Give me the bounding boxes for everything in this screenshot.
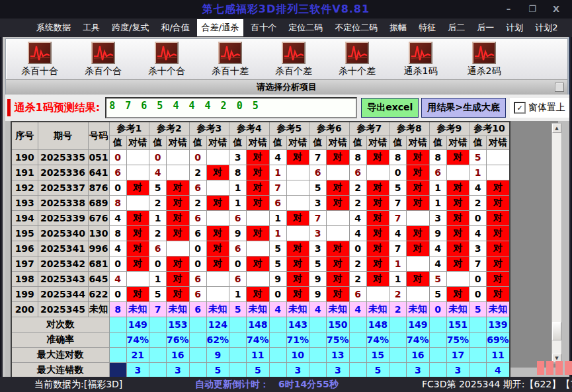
flag-cell[interactable]: 对 bbox=[366, 272, 389, 287]
flag-cell[interactable]: 对 bbox=[206, 165, 229, 180]
flag-cell[interactable]: 对 bbox=[206, 241, 229, 256]
flag-cell[interactable]: 对 bbox=[286, 256, 309, 272]
menu-item-8[interactable]: 不定位二码 bbox=[330, 19, 382, 36]
flag-cell[interactable]: 对 bbox=[407, 272, 430, 287]
toolbar-button-4[interactable]: 杀百十差 bbox=[202, 42, 259, 77]
summary-value-cell[interactable]: 75% bbox=[446, 333, 470, 348]
selected-cell[interactable] bbox=[109, 363, 126, 379]
value-cell[interactable]: 1 bbox=[269, 211, 286, 226]
flag-cell[interactable]: 对 bbox=[286, 272, 309, 287]
flag-cell[interactable] bbox=[126, 196, 149, 211]
summary-spacer-cell[interactable] bbox=[109, 333, 126, 348]
value-cell[interactable]: 8 bbox=[109, 196, 126, 211]
summary-spacer-cell[interactable] bbox=[229, 333, 247, 348]
summary-value-cell[interactable]: 16 bbox=[407, 348, 430, 363]
seq-cell[interactable]: 197 bbox=[11, 256, 38, 272]
value-cell[interactable]: 0 bbox=[349, 241, 366, 256]
summary-value-cell[interactable]: 4 bbox=[487, 363, 510, 379]
value-cell[interactable]: 4 bbox=[269, 150, 286, 165]
flag-cell[interactable]: 对 bbox=[286, 211, 309, 226]
value-cell[interactable]: 2 bbox=[149, 226, 167, 241]
flag-cell[interactable] bbox=[407, 287, 430, 302]
code-cell[interactable]: 689 bbox=[88, 196, 109, 211]
value-cell[interactable]: 1 bbox=[470, 165, 487, 180]
flag-cell[interactable]: 对 bbox=[487, 287, 510, 302]
flag-cell[interactable]: 对 bbox=[487, 180, 510, 196]
value-cell[interactable]: 6 bbox=[189, 302, 206, 317]
flag-cell[interactable]: 对 bbox=[366, 241, 389, 256]
summary-spacer-cell[interactable] bbox=[470, 348, 487, 363]
summary-spacer-cell[interactable] bbox=[389, 348, 407, 363]
summary-value-cell[interactable]: 13 bbox=[327, 348, 350, 363]
flag-cell[interactable] bbox=[126, 150, 149, 165]
issue-cell[interactable]: 2025340 bbox=[38, 226, 88, 241]
summary-value-cell[interactable]: 5 bbox=[247, 363, 270, 379]
issue-cell[interactable]: 2025338 bbox=[38, 196, 88, 211]
issue-cell[interactable]: 2025335 bbox=[38, 150, 88, 165]
summary-value-cell[interactable]: 148 bbox=[366, 317, 389, 333]
value-cell[interactable]: 8 bbox=[109, 302, 126, 317]
value-cell[interactable]: 6 bbox=[109, 165, 126, 180]
flag-cell[interactable]: 对 bbox=[366, 256, 389, 272]
flag-cell[interactable]: 对 bbox=[167, 196, 190, 211]
flag-cell[interactable]: 未知 bbox=[446, 302, 470, 317]
flag-cell[interactable]: 对 bbox=[286, 287, 309, 302]
seq-cell[interactable]: 196 bbox=[11, 241, 38, 256]
toolbar-button-5[interactable]: 杀百个差 bbox=[265, 42, 322, 77]
value-cell[interactable]: 3 bbox=[309, 241, 327, 256]
flag-cell[interactable] bbox=[206, 150, 229, 165]
summary-spacer-cell[interactable] bbox=[349, 333, 366, 348]
flag-cell[interactable] bbox=[247, 211, 270, 226]
issue-cell[interactable]: 2025337 bbox=[38, 180, 88, 196]
flag-cell[interactable]: 未知 bbox=[286, 302, 309, 317]
flag-cell[interactable]: 对 bbox=[487, 241, 510, 256]
seq-cell[interactable]: 199 bbox=[11, 287, 38, 302]
flag-cell[interactable] bbox=[286, 196, 309, 211]
summary-value-cell[interactable]: 21 bbox=[126, 348, 149, 363]
value-cell[interactable]: 8 bbox=[109, 226, 126, 241]
value-cell[interactable]: 9 bbox=[309, 287, 327, 302]
summary-value-cell[interactable]: 124 bbox=[206, 317, 229, 333]
value-cell[interactable]: 9 bbox=[269, 272, 286, 287]
summary-value-cell[interactable]: 150 bbox=[327, 317, 350, 333]
summary-spacer-cell[interactable] bbox=[269, 333, 286, 348]
value-cell[interactable]: 2 bbox=[189, 196, 206, 211]
code-cell[interactable]: 130 bbox=[88, 226, 109, 241]
summary-value-cell[interactable]: 153 bbox=[167, 317, 190, 333]
value-cell[interactable]: 0 bbox=[149, 150, 167, 165]
value-cell[interactable]: 9 bbox=[229, 226, 247, 241]
value-cell[interactable]: 1 bbox=[229, 287, 247, 302]
flag-cell[interactable]: 未知 bbox=[407, 302, 430, 317]
flag-cell[interactable]: 对 bbox=[126, 180, 149, 196]
flag-cell[interactable] bbox=[366, 287, 389, 302]
value-cell[interactable]: 1 bbox=[429, 196, 446, 211]
close-icon[interactable]: X bbox=[550, 2, 563, 15]
minimize-icon[interactable]: – bbox=[502, 2, 515, 15]
value-cell[interactable]: 9 bbox=[309, 272, 327, 287]
flag-cell[interactable]: 对 bbox=[407, 165, 430, 180]
scroll-up-icon[interactable]: ▲ bbox=[552, 124, 561, 133]
flag-cell[interactable]: 对 bbox=[407, 196, 430, 211]
menu-item-14[interactable]: 计划2 bbox=[530, 19, 562, 36]
value-cell[interactable]: 1 bbox=[229, 180, 247, 196]
flag-cell[interactable]: 对 bbox=[407, 150, 430, 165]
flag-cell[interactable]: 对 bbox=[487, 272, 510, 287]
value-cell[interactable]: 5 bbox=[309, 180, 327, 196]
value-cell[interactable]: 7 bbox=[389, 196, 407, 211]
issue-cell[interactable]: 2025336 bbox=[38, 165, 88, 180]
always-on-top-option[interactable]: ✓ 窗体置上 bbox=[510, 98, 569, 118]
summary-spacer-cell[interactable] bbox=[389, 363, 407, 379]
value-cell[interactable]: 8 bbox=[229, 165, 247, 180]
value-cell[interactable]: 2 bbox=[349, 180, 366, 196]
flag-cell[interactable] bbox=[327, 165, 350, 180]
summary-spacer-cell[interactable] bbox=[189, 333, 206, 348]
seq-cell[interactable]: 195 bbox=[11, 226, 38, 241]
value-cell[interactable]: 6 bbox=[149, 241, 167, 256]
summary-spacer-cell[interactable] bbox=[309, 317, 327, 333]
value-cell[interactable]: 5 bbox=[269, 241, 286, 256]
flag-cell[interactable] bbox=[206, 287, 229, 302]
maximize-icon[interactable]: ❐ bbox=[526, 2, 539, 15]
flag-cell[interactable] bbox=[327, 226, 350, 241]
value-cell[interactable]: 0 bbox=[189, 241, 206, 256]
value-cell[interactable]: 7 bbox=[309, 211, 327, 226]
